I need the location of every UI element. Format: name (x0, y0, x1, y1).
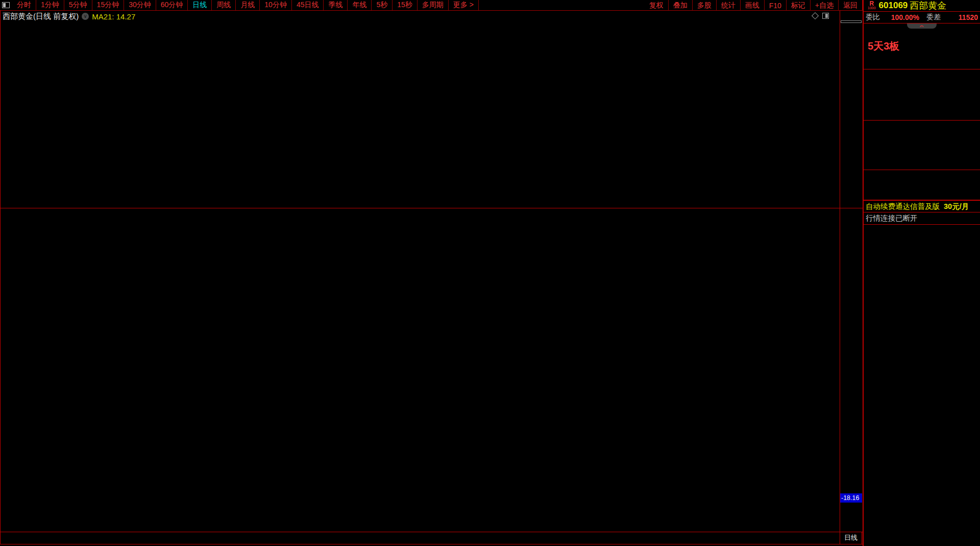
tool-button-3[interactable]: 统计 (717, 0, 741, 11)
stock-header[interactable]: R 1000 601069 西部黄金 (864, 0, 980, 12)
quote-mini-box (841, 20, 862, 23)
quote-panel: R 1000 601069 西部黄金 委比 100.00% 委差 11520 ︽… (863, 0, 980, 546)
collapse-tab[interactable]: ︽ (907, 23, 937, 29)
weibi-label: 委比 (866, 13, 880, 22)
period-tab-15[interactable]: 多周期 (418, 0, 449, 10)
period-tab-12[interactable]: 年线 (348, 0, 372, 10)
indicator-chart[interactable] (0, 213, 840, 532)
quote-grid-2 (864, 170, 980, 200)
period-tab-3[interactable]: 15分钟 (92, 0, 125, 10)
period-tab-2[interactable]: 5分钟 (64, 0, 92, 10)
tool-button-4[interactable]: 画线 (741, 0, 765, 11)
connection-status: 行情连接已断开 (864, 212, 980, 225)
main-candlestick-chart[interactable] (0, 11, 840, 208)
period-tab-5[interactable]: 60分钟 (156, 0, 188, 10)
limit-up-info: 5天3板 (864, 23, 980, 69)
period-tab-9[interactable]: 10分钟 (260, 0, 292, 10)
period-tab-4[interactable]: 30分钟 (124, 0, 156, 10)
date-axis[interactable] (0, 532, 863, 544)
limit-up-badge: 5天3板 (864, 39, 903, 53)
period-tab-1[interactable]: 1分钟 (36, 0, 64, 10)
trading-terminal: { "toolbar": { "left_items": [ {"label":… (0, 0, 980, 546)
stock-code: 601069 (879, 1, 908, 11)
weicha-label: 委差 (926, 13, 941, 22)
subscription-banner[interactable]: 自动续费通达信普及版 30元/月 (864, 200, 980, 212)
chart-title-row: 西部黄金(日线 前复权) ∨ MA21: 14.27 (3, 12, 135, 21)
chart-area: 分时1分钟5分钟15分钟30分钟60分钟日线周线月线10分钟45日线季线年线5秒… (0, 0, 863, 546)
period-tab-14[interactable]: 15秒 (393, 0, 418, 10)
chart-title: 西部黄金(日线 前复权) (3, 12, 79, 21)
tool-button-6[interactable]: 标记 (787, 0, 811, 11)
period-tab-0[interactable]: 分时 (12, 0, 36, 10)
tool-button-8[interactable]: 返回 (839, 0, 863, 11)
split-pane-icon[interactable] (822, 13, 829, 19)
tools-menu: 复权叠加多股统计画线F10标记+自选返回 (645, 0, 863, 11)
left-border (0, 11, 1, 544)
quote-grid-1 (864, 121, 980, 170)
chevron-down-icon[interactable]: ∨ (82, 13, 89, 20)
period-toolbar: 分时1分钟5分钟15分钟30分钟60分钟日线周线月线10分钟45日线季线年线5秒… (0, 0, 863, 11)
stock-name: 西部黄金 (910, 0, 946, 12)
plot-axis-border (840, 11, 840, 544)
period-tab-7[interactable]: 周线 (212, 0, 236, 10)
period-tab-11[interactable]: 季线 (324, 0, 348, 10)
period-tab-10[interactable]: 45日线 (292, 0, 324, 10)
tool-button-2[interactable]: 多股 (693, 0, 717, 11)
diamond-icon[interactable] (812, 12, 819, 19)
period-tab-8[interactable]: 月线 (236, 0, 260, 10)
period-indicator[interactable]: 日线 (840, 532, 862, 544)
period-menu: 分时1分钟5分钟15分钟30分钟60分钟日线周线月线10分钟45日线季线年线5秒… (12, 0, 479, 10)
tool-button-7[interactable]: +自选 (811, 0, 839, 11)
period-tab-13[interactable]: 5秒 (372, 0, 393, 10)
period-tab-16[interactable]: 更多 > (449, 0, 479, 10)
window-icon[interactable] (2, 2, 10, 8)
weibi-value: 100.00% (882, 13, 919, 21)
tool-button-1[interactable]: 叠加 (669, 0, 693, 11)
tool-button-0[interactable]: 复权 (645, 0, 669, 11)
weicha-value: 11520 (941, 13, 978, 21)
panel-separator (0, 208, 863, 208)
margin-trading-icon: R 1000 (868, 1, 876, 10)
subscription-text: 自动续费通达信普及版 (866, 202, 940, 211)
weibi-row: 委比 100.00% 委差 11520 (864, 12, 980, 23)
bid-list (864, 69, 980, 121)
indicator-low-badge: -18.16 (840, 493, 862, 503)
subscription-price: 30元/月 (944, 202, 969, 211)
period-tab-6[interactable]: 日线 (188, 0, 212, 10)
ma21-label: MA21: 14.27 (92, 12, 135, 21)
chart-corner-icons (813, 13, 829, 19)
tool-button-5[interactable]: F10 (765, 0, 787, 11)
